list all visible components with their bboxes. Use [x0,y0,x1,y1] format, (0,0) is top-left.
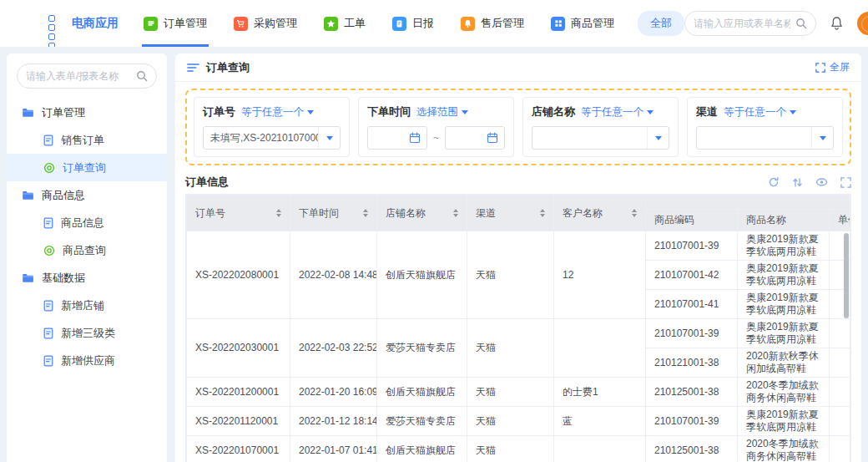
filter-condition-label: 等于任意一个 [241,105,304,119]
order-grid-section: 订单信息 订单号下单时间店铺名称渠道客户名称商品编码商品名称单价XS-20220… [185,170,851,462]
tree-item[interactable]: 新增三级类 [7,319,167,347]
user-avatar[interactable] [857,12,868,35]
sub-column-header[interactable]: 商品名称 [738,210,830,231]
order-time-cell: 2022-01-07 01:41:17 [290,436,377,462]
tab-label: 订单管理 [164,16,207,31]
folder-icon [22,272,34,283]
product-name-cell: 2020冬季加绒款商务休闲高帮鞋 [738,378,830,407]
expand-icon[interactable] [840,177,851,188]
sub-column-header[interactable]: 单价 [830,210,850,231]
calendar-icon[interactable] [409,132,421,144]
order-no-select[interactable]: 未填写,XS-20210107000... [203,126,341,150]
product-name-cell: 奥康2019新款夏季软底两用凉鞋 [738,261,830,290]
tree-item[interactable]: 商品信息 [7,209,167,236]
app-grid-icon[interactable] [48,15,55,32]
filter-condition-dropdown[interactable]: 等于任意一个 [241,105,314,119]
filter-shop-name: 店铺名称等于任意一个 [522,97,679,157]
chevron-down-icon [462,110,468,118]
select-arrow-button[interactable] [811,127,833,149]
product-code-cell: 210107001-39 [646,407,738,436]
sort-icon[interactable] [792,177,803,188]
tab-label: 日报 [412,16,434,31]
tree-folder[interactable]: 商品信息 [7,181,167,209]
filter-label: 下单时间 [367,104,411,119]
order-time-start-input[interactable] [367,126,427,150]
column-header[interactable]: 店铺名称 [377,195,467,231]
column-header-label: 渠道 [476,206,496,221]
topbar: 电商应用 订单管理采购管理工单日报售后管理商品管理 全部 [0,0,868,47]
tree-item-label: 订单查询 [63,160,106,175]
filter-condition-dropdown[interactable]: 选择范围 [416,105,468,119]
select-arrow-button[interactable] [647,127,669,149]
tree-folder[interactable]: 订单管理 [7,99,167,126]
sort-arrows-icon[interactable] [276,206,281,220]
fullscreen-button[interactable]: 全屏 [815,60,850,74]
refresh-icon[interactable] [768,176,780,188]
tree-item[interactable]: 订单查询 [7,154,167,181]
sort-arrows-icon[interactable] [540,206,545,220]
chevron-down-icon [790,110,796,118]
order-no-cell: XS-202202080001 [187,231,290,319]
grid-title-row: 订单信息 [185,170,851,194]
filter-label: 店铺名称 [532,104,575,119]
select-arrow-button[interactable] [318,127,340,149]
filter-condition-label: 等于任意一个 [724,105,786,119]
customer-cell [554,319,646,378]
column-header[interactable]: 下单时间 [290,195,377,231]
form-search[interactable] [17,63,157,89]
tree-folder-label: 商品信息 [42,188,85,203]
tab-purchase-mgmt[interactable]: 采购管理 [232,0,299,47]
column-header[interactable]: 订单号 [187,195,290,231]
customer-cell: 蓝 [554,407,646,436]
channel-select[interactable] [696,126,834,150]
column-header[interactable]: 渠道 [467,195,554,231]
topbar-right [684,11,868,36]
tree-folder[interactable]: 基础数据 [7,264,167,292]
form-search-input[interactable] [26,70,131,82]
sort-arrows-icon[interactable] [453,206,458,220]
all-apps-button[interactable]: 全部 [638,11,684,36]
chevron-down-icon [307,110,314,118]
unit-price-cell [830,348,850,378]
tab-order-mgmt[interactable]: 订单管理 [142,0,209,47]
page-title: 订单查询 [206,60,250,75]
report-icon [392,17,406,31]
order-no-cell: XS-202202030001 [187,319,290,378]
filter-condition-dropdown[interactable]: 等于任意一个 [581,105,654,119]
shop-name-select[interactable] [532,126,669,150]
product-name-cell: 2020冬季加绒款商务休闲高帮鞋 [738,436,830,462]
order-no-cell: XS-202201070001 [187,436,290,462]
search-icon[interactable] [136,70,148,82]
sub-column-header[interactable]: 商品编码 [646,210,738,231]
filter-condition-dropdown[interactable]: 等于任意一个 [724,105,796,119]
tab-work-order[interactable]: 工单 [322,0,367,47]
star-icon [324,17,338,31]
tab-product-mgmt[interactable]: 商品管理 [549,0,616,47]
table-row: XS-2022010700012022-01-07 01:41:17创盾天猫旗舰… [187,436,850,462]
column-header[interactable]: 客户名称 [554,195,646,231]
tree-item[interactable]: 商品查询 [7,236,167,264]
tree-item[interactable]: 新增店铺 [7,292,167,319]
unit-price-cell [830,378,850,407]
order-time-end-input[interactable] [445,126,505,150]
vertical-scrollbar[interactable] [844,233,849,318]
visibility-icon[interactable] [815,177,828,187]
orders-table-wrap: 订单号下单时间店铺名称渠道客户名称商品编码商品名称单价XS-2022020800… [185,194,851,462]
search-icon[interactable] [795,18,807,29]
order-no-cell: XS-202201120001 [187,407,290,436]
calendar-icon[interactable] [487,132,498,144]
tree-item-label: 销售订单 [61,133,104,148]
global-search[interactable] [684,11,816,36]
channel-cell: 天猫 [467,407,554,436]
tab-daily-report[interactable]: 日报 [391,0,436,47]
sort-arrows-icon[interactable] [363,206,368,220]
form-icon [43,327,53,339]
global-search-input[interactable] [694,18,790,29]
page-header: 订单查询 全屏 [175,53,861,82]
tab-aftersale-mgmt[interactable]: 售后管理 [459,0,526,47]
tree-item[interactable]: 新增供应商 [7,347,167,374]
notification-bell-icon[interactable] [830,16,844,31]
column-header-label: 客户名称 [563,206,603,221]
tree-item[interactable]: 销售订单 [7,126,167,154]
sort-arrows-icon[interactable] [632,206,637,220]
